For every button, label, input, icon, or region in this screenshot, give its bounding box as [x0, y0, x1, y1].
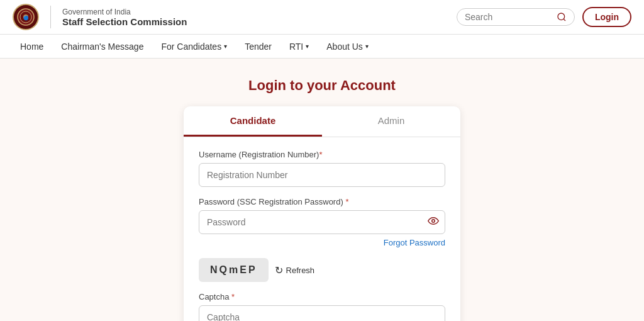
nav-item-for-candidates[interactable]: For Candidates ▾	[153, 37, 235, 57]
org-line1: Government of India	[62, 8, 187, 16]
forgot-password-link[interactable]: Forgot Password	[384, 238, 445, 247]
password-input[interactable]	[199, 210, 445, 234]
page-title: Login to your Account	[248, 77, 396, 94]
captcha-label: Captcha *	[199, 292, 445, 301]
password-wrap	[199, 210, 445, 234]
tab-admin[interactable]: Admin	[322, 106, 460, 137]
main-nav: Home Chairman's Message For Candidates ▾…	[0, 35, 644, 59]
login-tabs: Candidate Admin	[184, 106, 460, 137]
nav-item-home[interactable]: Home	[13, 37, 51, 57]
login-form: Username (Registration Number)* Password…	[184, 137, 460, 321]
search-icon	[557, 12, 567, 22]
header-left: 🔵 Government of India Staff Selection Co…	[13, 4, 187, 30]
search-box[interactable]	[457, 8, 575, 26]
captcha-field-group: Captcha *	[199, 292, 445, 321]
header-login-button[interactable]: Login	[582, 7, 631, 27]
for-candidates-arrow: ▾	[224, 43, 227, 50]
rti-arrow: ▾	[306, 43, 309, 50]
main-content: Login to your Account Candidate Admin Us…	[0, 59, 644, 321]
org-line2: Staff Selection Commission	[62, 16, 187, 27]
svg-text:🔵: 🔵	[23, 15, 29, 21]
username-label: Username (Registration Number)*	[199, 150, 445, 159]
nav-item-about-us[interactable]: About Us ▾	[319, 37, 376, 57]
search-input[interactable]	[465, 12, 553, 22]
captcha-refresh-button[interactable]: ↻ Refresh	[275, 264, 315, 276]
tab-candidate[interactable]: Candidate	[184, 106, 322, 137]
username-input[interactable]	[199, 163, 445, 187]
svg-line-5	[564, 19, 565, 21]
header-right: Login	[457, 7, 631, 27]
login-card: Candidate Admin Username (Registration N…	[184, 106, 460, 321]
nav-item-chairmans-message[interactable]: Chairman's Message	[53, 37, 151, 57]
nav-item-rti[interactable]: RTI ▾	[282, 37, 316, 57]
org-name: Government of India Staff Selection Comm…	[62, 8, 187, 27]
logo-emblem: 🔵	[13, 4, 39, 30]
about-us-arrow: ▾	[365, 43, 369, 50]
password-field-group: Password (SSC Registration Password) * F…	[199, 197, 445, 248]
password-label: Password (SSC Registration Password) *	[199, 197, 445, 206]
header: 🔵 Government of India Staff Selection Co…	[0, 0, 644, 35]
svg-point-6	[432, 220, 435, 223]
captcha-image: NQmEP	[199, 258, 269, 282]
header-divider	[50, 6, 51, 28]
captcha-input[interactable]	[199, 305, 445, 321]
forgot-row: Forgot Password	[199, 237, 445, 248]
nav-item-tender[interactable]: Tender	[237, 37, 279, 57]
svg-point-4	[558, 13, 565, 20]
captcha-row: NQmEP ↻ Refresh	[199, 258, 445, 282]
password-toggle-icon[interactable]	[428, 215, 439, 229]
username-field-group: Username (Registration Number)*	[199, 150, 445, 187]
refresh-icon: ↻	[275, 264, 283, 276]
